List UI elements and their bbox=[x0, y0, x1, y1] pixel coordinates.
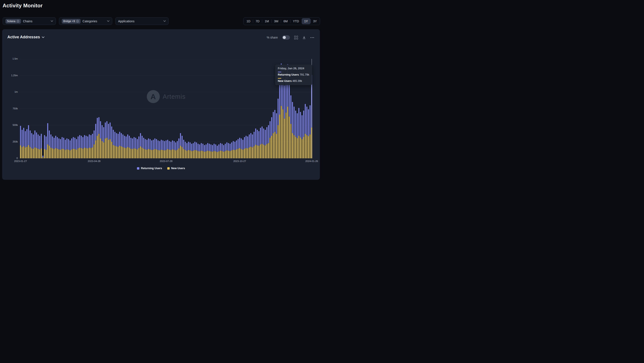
chip-label: Bridge +9 bbox=[63, 20, 75, 23]
download-icon[interactable] bbox=[302, 36, 306, 39]
y-axis-tick: 1.25m bbox=[11, 74, 18, 77]
time-range-1d[interactable]: 1D bbox=[244, 18, 253, 24]
plot-area[interactable]: A Artemis Friday, Jan 26, 2024 Returning… bbox=[20, 59, 312, 158]
categories-filter-chip: Bridge +9 bbox=[62, 19, 80, 23]
time-range-3y[interactable]: 3Y bbox=[310, 18, 320, 24]
bars-chart bbox=[20, 59, 312, 158]
toggle-knob bbox=[283, 36, 286, 39]
applications-filter-dropdown[interactable]: Applications bbox=[115, 17, 168, 25]
chip-close-icon[interactable] bbox=[16, 20, 20, 23]
chip-label: Solana bbox=[7, 20, 16, 23]
filter-bar: Solana Chains Bridge +9 Categories Appli… bbox=[2, 17, 168, 25]
legend-label: Returning Users bbox=[141, 167, 162, 170]
tooltip-date: Friday, Jan 26, 2024 bbox=[278, 67, 310, 70]
page-title: Activity Monitor bbox=[2, 2, 43, 9]
chevron-down-icon bbox=[164, 20, 166, 22]
x-axis-tick: 2023-10-27 bbox=[233, 160, 246, 162]
tooltip-series-value: 791.79k bbox=[300, 73, 309, 76]
time-range-3m[interactable]: 3M bbox=[272, 18, 281, 24]
chart-legend: Returning UsersNew Users bbox=[2, 167, 320, 170]
chip-close-icon[interactable] bbox=[76, 20, 79, 23]
y-axis-labels: 1.5m1.25m1m750k500k250k0 bbox=[2, 29, 18, 180]
legend-label: New Users bbox=[171, 167, 185, 170]
x-axis-tick: 2023-07-28 bbox=[160, 160, 172, 162]
tooltip-series-value: 465.39k bbox=[292, 79, 302, 82]
chart-tooltip: Friday, Jan 26, 2024 Returning Users 791… bbox=[275, 64, 312, 85]
y-axis-tick: 500k bbox=[12, 124, 18, 126]
tooltip-row: New Users 465.39k bbox=[278, 79, 310, 82]
categories-filter-dropdown[interactable]: Bridge +9 Categories bbox=[59, 17, 112, 25]
y-axis-tick: 0 bbox=[16, 157, 18, 159]
applications-filter-label: Applications bbox=[118, 19, 134, 23]
time-range-group: 1D7D1M3M6MYTD1Y3Y bbox=[243, 17, 320, 25]
tooltip-series-label: Returning Users bbox=[278, 73, 299, 76]
tooltip-series-label: New Users bbox=[278, 79, 292, 82]
chart-controls: % share bbox=[267, 35, 314, 40]
x-axis-tick: 2023-01-27 bbox=[14, 160, 27, 162]
x-axis-tick: 2024-01-26 bbox=[305, 160, 318, 162]
legend-swatch bbox=[137, 167, 139, 170]
tooltip-series-dash bbox=[278, 78, 281, 79]
y-axis-tick: 1.5m bbox=[12, 57, 18, 60]
time-range-6m[interactable]: 6M bbox=[281, 18, 290, 24]
y-axis-tick: 1m bbox=[14, 90, 18, 93]
chevron-down-icon bbox=[51, 20, 53, 22]
categories-filter-label: Categories bbox=[82, 19, 97, 23]
x-axis-tick: 2023-04-28 bbox=[88, 160, 100, 162]
legend-item[interactable]: Returning Users bbox=[137, 167, 162, 170]
time-range-ytd[interactable]: YTD bbox=[290, 18, 302, 24]
chains-filter-chip: Solana bbox=[6, 19, 21, 23]
time-range-1m[interactable]: 1M bbox=[262, 18, 271, 24]
chart-card: Active Addresses % share 1.5m1.25m1m750k… bbox=[2, 29, 320, 180]
chains-filter-dropdown[interactable]: Solana Chains bbox=[2, 17, 56, 25]
more-options-icon[interactable] bbox=[310, 37, 314, 38]
share-toggle[interactable] bbox=[282, 35, 290, 40]
tooltip-row: Returning Users 791.79k bbox=[278, 73, 310, 76]
y-axis-tick: 750k bbox=[12, 107, 18, 110]
chevron-down-icon bbox=[107, 20, 110, 22]
x-axis-labels: 2023-01-272023-04-282023-07-282023-10-27… bbox=[20, 160, 312, 163]
y-axis-tick: 250k bbox=[12, 140, 18, 143]
tooltip-series-dash bbox=[278, 72, 281, 72]
grid-view-icon[interactable] bbox=[294, 36, 298, 39]
legend-item[interactable]: New Users bbox=[167, 167, 185, 170]
share-label: % share bbox=[267, 36, 278, 39]
legend-swatch bbox=[167, 167, 170, 170]
time-range-7d[interactable]: 7D bbox=[253, 18, 262, 24]
chevron-down-icon bbox=[42, 36, 44, 38]
chains-filter-label: Chains bbox=[23, 19, 32, 23]
time-range-1y[interactable]: 1Y bbox=[302, 18, 310, 24]
